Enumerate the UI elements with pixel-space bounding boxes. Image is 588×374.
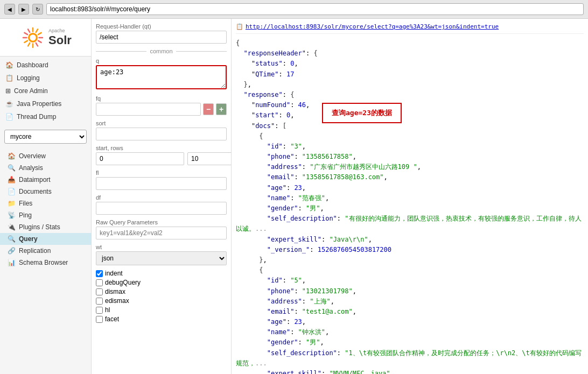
- core-nav-replication[interactable]: 🔗 Replication: [0, 245, 91, 257]
- overview-label: Overview: [19, 152, 46, 160]
- debug-query-checkbox[interactable]: [96, 279, 103, 286]
- core-nav-query[interactable]: 🔍 Query: [0, 233, 91, 245]
- fq-group: fq − +: [96, 95, 227, 116]
- dismax-checkbox-group: dismax: [96, 288, 227, 295]
- core-selector: mycore: [4, 130, 87, 144]
- solr-logo-icon: [19, 25, 46, 50]
- fq-input[interactable]: [96, 103, 201, 116]
- refresh-button[interactable]: ↻: [32, 4, 43, 15]
- plugins-stats-label: Plugins / Stats: [19, 223, 60, 231]
- back-button[interactable]: ◀: [4, 4, 15, 15]
- indent-label: indent: [105, 270, 123, 277]
- raw-query-input[interactable]: [96, 227, 227, 239]
- solr-brand: Apache Solr: [48, 28, 72, 47]
- core-nav-dataimport[interactable]: 📥 Dataimport: [0, 174, 91, 186]
- core-nav-plugins-stats[interactable]: 🔌 Plugins / Stats: [0, 221, 91, 233]
- hl-label: hl: [105, 306, 110, 314]
- sidebar-item-thread-dump[interactable]: 📄 Thread Dump: [0, 110, 91, 123]
- response-url-bar: 📋 http://localhost:8983/solr/mycore/sele…: [236, 23, 584, 34]
- schema-browser-icon: 📊: [8, 259, 16, 266]
- fq-label: fq: [96, 95, 227, 102]
- sidebar-item-logging[interactable]: 📋 Logging: [0, 72, 91, 84]
- sort-input[interactable]: [96, 128, 227, 140]
- fq-remove-button[interactable]: −: [203, 103, 214, 115]
- documents-label: Documents: [19, 188, 52, 195]
- core-nav-files[interactable]: 📁 Files: [0, 197, 91, 209]
- top-nav: 🏠 Dashboard 📋 Logging ⊞ Core Admin ☕ Jav…: [0, 57, 91, 125]
- response-panel: 📋 http://localhost:8983/solr/mycore/sele…: [232, 19, 588, 374]
- apache-label: Apache: [48, 28, 65, 33]
- df-input[interactable]: [96, 202, 227, 215]
- fq-add-button[interactable]: +: [216, 103, 227, 115]
- core-admin-icon: ⊞: [5, 87, 11, 95]
- facet-checkbox[interactable]: [96, 316, 103, 323]
- svg-line-5: [36, 43, 38, 46]
- start-rows-group: start, rows: [96, 145, 227, 165]
- core-select-dropdown[interactable]: mycore: [4, 130, 87, 144]
- indent-checkbox[interactable]: [96, 270, 103, 277]
- ping-icon: 📡: [8, 211, 16, 219]
- query-panel: Request-Handler (qt) common q age:23 fq …: [92, 19, 232, 374]
- dashboard-icon: 🏠: [5, 61, 13, 69]
- fl-input[interactable]: [96, 177, 227, 190]
- core-nav-overview[interactable]: 🏠 Overview: [0, 150, 91, 162]
- url-bar[interactable]: [46, 3, 584, 15]
- svg-line-4: [38, 41, 41, 43]
- edismax-label: edismax: [105, 297, 129, 305]
- start-rows-label: start, rows: [96, 145, 227, 151]
- analysis-icon: 🔍: [8, 164, 16, 172]
- edismax-checkbox-group: edismax: [96, 297, 227, 305]
- raw-query-group: Raw Query Parameters: [96, 219, 227, 239]
- svg-line-1: [36, 29, 38, 32]
- java-properties-label: Java Properties: [17, 100, 61, 108]
- core-nav-ping[interactable]: 📡 Ping: [0, 209, 91, 221]
- response-url[interactable]: http://localhost:8983/solr/mycore/select…: [246, 23, 499, 30]
- solr-label: Solr: [48, 33, 72, 47]
- q-group: q age:23: [96, 58, 227, 91]
- svg-line-8: [25, 41, 28, 43]
- overview-icon: 🏠: [8, 152, 16, 160]
- wt-group: wt json xml python ruby php csv: [96, 244, 227, 265]
- browser-chrome: ◀ ▶ ↻: [0, 0, 588, 19]
- dashboard-label: Dashboard: [17, 61, 48, 69]
- plugins-stats-icon: 🔌: [8, 223, 16, 231]
- forward-button[interactable]: ▶: [18, 4, 29, 15]
- response-area: 查询age=23的数据 { "responseHeader": { "statu…: [236, 38, 584, 374]
- q-input[interactable]: age:23: [96, 65, 227, 89]
- core-nav-documents[interactable]: 📄 Documents: [0, 186, 91, 197]
- files-icon: 📁: [8, 200, 16, 207]
- dismax-checkbox[interactable]: [96, 288, 103, 295]
- fl-label: fl: [96, 170, 227, 176]
- wt-label: wt: [96, 244, 227, 250]
- core-nav-schema-browser[interactable]: 📊 Schema Browser: [0, 257, 91, 269]
- query-icon: 🔍: [8, 235, 16, 243]
- rows-input[interactable]: [187, 152, 232, 165]
- fq-row: − +: [96, 103, 227, 116]
- copy-icon: 📋: [236, 23, 243, 30]
- sidebar-item-core-admin[interactable]: ⊞ Core Admin: [0, 84, 91, 97]
- replication-label: Replication: [19, 247, 51, 255]
- sidebar-item-dashboard[interactable]: 🏠 Dashboard: [0, 59, 91, 72]
- facet-checkbox-group: facet: [96, 315, 227, 323]
- df-label: df: [96, 194, 227, 201]
- ping-label: Ping: [19, 211, 32, 219]
- q-label: q: [96, 58, 227, 64]
- app-container: Apache Solr 🏠 Dashboard 📋 Logging ⊞ Core…: [0, 19, 588, 374]
- json-content: { "responseHeader": { "status": 0, "QTim…: [236, 38, 584, 374]
- hl-checkbox[interactable]: [96, 307, 103, 314]
- sort-group: sort: [96, 120, 227, 140]
- raw-query-label: Raw Query Parameters: [96, 219, 227, 225]
- svg-line-2: [38, 33, 41, 34]
- edismax-checkbox[interactable]: [96, 298, 103, 305]
- request-handler-input[interactable]: [96, 31, 227, 44]
- core-nav-analysis[interactable]: 🔍 Analysis: [0, 162, 91, 174]
- wt-select[interactable]: json xml python ruby php csv: [96, 251, 227, 265]
- svg-line-10: [25, 33, 28, 34]
- start-input[interactable]: [96, 152, 184, 165]
- debug-query-label: debugQuery: [105, 279, 141, 286]
- common-divider: common: [96, 48, 227, 54]
- sidebar: Apache Solr 🏠 Dashboard 📋 Logging ⊞ Core…: [0, 19, 92, 374]
- request-handler-label: Request-Handler (qt): [96, 23, 227, 30]
- sidebar-item-java-properties[interactable]: ☕ Java Properties: [0, 97, 91, 110]
- dataimport-icon: 📥: [8, 176, 16, 184]
